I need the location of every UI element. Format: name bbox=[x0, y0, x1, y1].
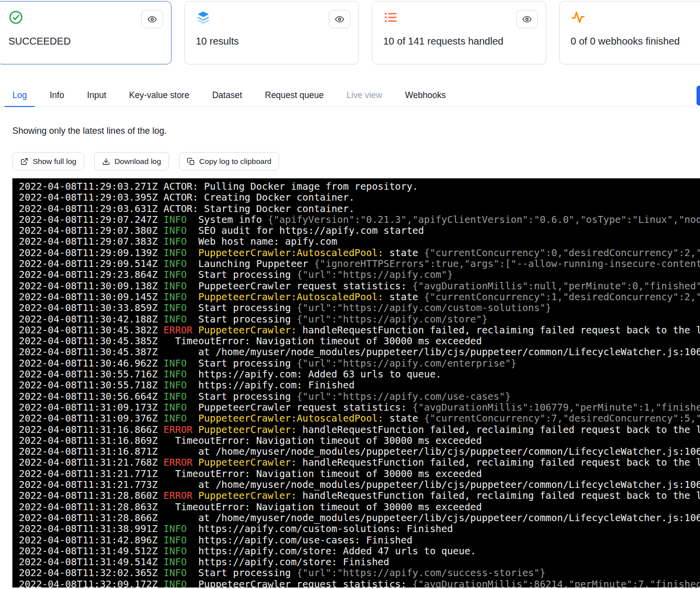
eye-button[interactable] bbox=[141, 10, 163, 28]
log-line: 2022-04-08T11:29:07.383Z INFO Web host n… bbox=[19, 236, 700, 247]
log-timestamp: 2022-04-08T11:30:56.664Z bbox=[19, 391, 158, 402]
log-segment-plain bbox=[187, 247, 198, 259]
tab-webhooks[interactable]: Webhooks bbox=[397, 84, 454, 107]
log-timestamp: 2022-04-08T11:31:16.866Z bbox=[19, 424, 158, 435]
log-timestamp: 2022-04-08T11:29:09.514Z bbox=[19, 258, 158, 269]
log-timestamp: 2022-04-08T11:31:28.863Z bbox=[19, 501, 158, 513]
log-segment-hl: PuppeteerCrawler: bbox=[192, 424, 296, 435]
log-segment-info: INFO bbox=[158, 247, 186, 259]
log-segment-dim: {"avgDurationMillis":106779,"perMinute":… bbox=[412, 402, 700, 413]
log-segment-plain: https://apify.com: Finished bbox=[187, 379, 355, 391]
log-segment-info: INFO bbox=[158, 535, 186, 546]
log-line: 2022-04-08T11:31:28.863Z TimeoutError: N… bbox=[19, 502, 700, 513]
log-segment-info: INFO bbox=[158, 567, 186, 579]
log-segment-plain: Start processing bbox=[187, 314, 297, 325]
log-segment-plain: Start processing bbox=[187, 567, 297, 579]
log-segment-hl: PuppeteerCrawler:AutoscaledPool: bbox=[198, 291, 384, 303]
eye-button[interactable] bbox=[329, 10, 350, 28]
eye-button[interactable] bbox=[516, 10, 538, 28]
log-segment-plain: https://apify.com/store: Finished bbox=[187, 556, 390, 568]
status-card[interactable]: SUCCEEDED bbox=[0, 1, 172, 64]
log-timestamp: 2022-04-08T11:30:55.716Z bbox=[19, 369, 158, 380]
log-segment-plain: Start processing bbox=[187, 302, 297, 314]
status-cards: SUCCEEDED10 results10 of 141 requests ha… bbox=[0, 1, 700, 64]
layers-icon bbox=[196, 10, 211, 25]
status-card[interactable]: 10 of 141 requests handled bbox=[372, 1, 546, 64]
log-segment-dim: {"apifyVersion":"0.21.3","apifyClientVer… bbox=[268, 214, 700, 225]
log-segment-plain: state bbox=[384, 413, 424, 424]
log-segment-plain: handleRequestFunction failed, reclaiming… bbox=[296, 490, 700, 501]
log-segment-info: INFO bbox=[158, 280, 186, 292]
log-segment-hl: PuppeteerCrawler: bbox=[192, 457, 296, 468]
log-segment-dim: {"url":"https://apify.com/custom-solutio… bbox=[296, 302, 551, 314]
log-line: 2022-04-08T11:32:09.172Z INFO PuppeteerC… bbox=[19, 579, 700, 588]
log-line: 2022-04-08T11:29:23.864Z INFO Start proc… bbox=[19, 269, 700, 280]
log-timestamp: 2022-04-08T11:31:49.514Z bbox=[19, 556, 158, 568]
log-segment-plain bbox=[187, 413, 198, 424]
status-card[interactable]: 10 results bbox=[184, 1, 359, 64]
log-segment-plain: handleRequestFunction failed, reclaiming… bbox=[296, 324, 700, 336]
log-segment-plain: state bbox=[384, 291, 424, 303]
eye-icon bbox=[522, 14, 532, 24]
log-timestamp: 2022-04-08T11:30:45.385Z bbox=[19, 335, 158, 347]
tab-dataset[interactable]: Dataset bbox=[204, 84, 250, 107]
log-segment-dim: {"currentConcurrency":7,"desiredConcurre… bbox=[424, 413, 700, 424]
log-line: 2022-04-08T11:29:09.514Z INFO Launching … bbox=[19, 259, 700, 269]
copy-log-to-clipboard-button[interactable]: Copy log to clipboard bbox=[179, 152, 280, 170]
log-timestamp: 2022-04-08T11:31:16.871Z bbox=[19, 446, 158, 457]
copy-icon bbox=[187, 158, 195, 165]
log-segment-info: INFO bbox=[158, 258, 186, 269]
log-timestamp: 2022-04-08T11:30:09.138Z bbox=[19, 280, 158, 292]
log-line: 2022-04-08T11:30:09.138Z INFO PuppeteerC… bbox=[19, 281, 700, 292]
log-line: 2022-04-08T11:30:33.859Z INFO Start proc… bbox=[19, 303, 700, 314]
primary-button-partial[interactable] bbox=[697, 86, 700, 106]
card-top bbox=[383, 10, 538, 28]
log-segment-plain: Start processing bbox=[187, 358, 297, 369]
tab-key-value-store[interactable]: Key-value store bbox=[121, 84, 197, 107]
log-segment-plain: https://apify.com: Added 63 urls to queu… bbox=[187, 369, 442, 380]
log-segment-plain: TimeoutError: Navigation timeout of 3000… bbox=[158, 501, 482, 513]
log-timestamp: 2022-04-08T11:31:16.869Z bbox=[19, 435, 158, 446]
log-line: 2022-04-08T11:29:07.247Z INFO System inf… bbox=[19, 214, 700, 225]
card-top bbox=[8, 10, 163, 28]
log-terminal[interactable]: 2022-04-08T11:29:03.271Z ACTOR: Pulling … bbox=[12, 178, 700, 588]
log-timestamp: 2022-04-08T11:30:45.387Z bbox=[19, 346, 158, 358]
tab-info[interactable]: Info bbox=[42, 84, 72, 107]
log-segment-info: INFO bbox=[158, 379, 186, 391]
download-log-button[interactable]: Download log bbox=[94, 152, 169, 170]
log-segment-plain: at /home/myuser/node_modules/puppeteer/l… bbox=[158, 446, 700, 457]
log-line: 2022-04-08T11:30:45.385Z TimeoutError: N… bbox=[19, 336, 700, 347]
eye-icon bbox=[335, 14, 345, 24]
log-timestamp: 2022-04-08T11:29:03.631Z bbox=[19, 203, 158, 214]
tab-bar: LogInfoInputKey-value storeDatasetReques… bbox=[0, 84, 700, 107]
log-timestamp: 2022-04-08T11:31:42.896Z bbox=[19, 535, 158, 546]
log-timestamp: 2022-04-08T11:30:09.145Z bbox=[19, 291, 158, 303]
tab-log[interactable]: Log bbox=[4, 84, 35, 107]
log-segment-info: INFO bbox=[158, 302, 186, 314]
log-segment-info: INFO bbox=[158, 291, 186, 303]
log-segment-info: INFO bbox=[158, 236, 186, 247]
log-timestamp: 2022-04-08T11:31:21.773Z bbox=[19, 479, 158, 490]
log-segment-plain: at /home/myuser/node_modules/puppeteer/l… bbox=[158, 479, 700, 490]
log-line: 2022-04-08T11:30:55.718Z INFO https://ap… bbox=[19, 380, 700, 391]
log-timestamp: 2022-04-08T11:29:07.380Z bbox=[19, 225, 158, 236]
log-timestamp: 2022-04-08T11:32:09.172Z bbox=[19, 579, 158, 588]
tab-request-queue[interactable]: Request queue bbox=[257, 84, 332, 107]
log-line: 2022-04-08T11:31:16.869Z TimeoutError: N… bbox=[19, 435, 700, 446]
actor-run-page: SUCCEEDED10 results10 of 141 requests ha… bbox=[0, 0, 700, 589]
log-segment-plain: https://apify.com/custom-solutions: Fini… bbox=[187, 523, 453, 535]
log-segment-plain: ACTOR: Starting Docker container. bbox=[158, 203, 354, 214]
log-timestamp: 2022-04-08T11:29:03.271Z bbox=[19, 181, 158, 192]
log-timestamp: 2022-04-08T11:31:28.860Z bbox=[19, 490, 158, 501]
show-full-log-button[interactable]: Show full log bbox=[12, 152, 84, 170]
status-card[interactable]: 0 of 0 webhooks finished bbox=[559, 1, 700, 64]
button-label: Copy log to clipboard bbox=[199, 157, 272, 166]
log-timestamp: 2022-04-08T11:31:09.376Z bbox=[19, 413, 158, 424]
card-top bbox=[571, 10, 700, 28]
external-link-icon bbox=[20, 158, 28, 165]
tab-input[interactable]: Input bbox=[79, 84, 114, 107]
log-line: 2022-04-08T11:31:28.866Z at /home/myuser… bbox=[19, 513, 700, 524]
log-line: 2022-04-08T11:31:49.512Z INFO https://ap… bbox=[19, 546, 700, 557]
log-timestamp: 2022-04-08T11:29:09.139Z bbox=[19, 247, 158, 259]
log-timestamp: 2022-04-08T11:29:07.383Z bbox=[19, 236, 158, 247]
